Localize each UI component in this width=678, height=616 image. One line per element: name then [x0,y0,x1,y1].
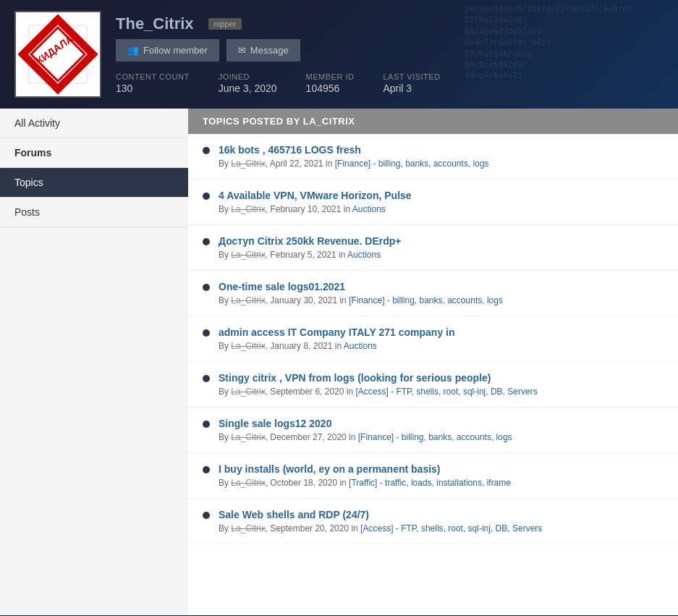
topic-date: , December 27, 2020 in [266,432,358,442]
topic-author[interactable]: La_Citrix [231,204,265,214]
avatar-image: КИДАЛА [18,14,98,94]
topic-date: , February 5, 2021 in [266,250,347,260]
topic-by-label: By [219,204,231,214]
stat-member-id: MEMBER ID 104956 [306,72,355,94]
topics-section-header: TOPICS POSTED BY LA_CITRIX [188,109,678,134]
topic-content: Single sale logs12 2020By La_Citrix, Dec… [219,418,664,442]
stat-last-visited: LAST VISITED April 3 [383,72,440,94]
profile-stats: CONTENT COUNT 130 JOINED June 3, 2020 ME… [116,72,664,94]
topic-item: 16k bots , 465716 LOGS freshBy La_Citrix… [188,134,678,180]
sidebar-item-topics[interactable]: Topics [0,168,188,198]
topic-content: Доступ Citrix 250kk Revenue. DErdp+By La… [219,235,664,260]
topic-category[interactable]: Auctions [347,250,381,260]
topic-content: One-time sale logs01.2021By La_Citrix, J… [219,281,664,305]
topic-item: Single sale logs12 2020By La_Citrix, Dec… [188,408,678,453]
joined-label: JOINED [219,72,277,81]
topic-category[interactable]: Auctions [344,341,377,351]
avatar: КИДАЛА [14,11,101,98]
topic-item: One-time sale logs01.2021By La_Citrix, J… [188,271,678,316]
topic-dot [203,466,210,473]
topic-dot [203,421,210,428]
sidebar-forums-header: Forums [0,138,188,168]
last-visited-label: LAST VISITED [383,72,440,81]
topic-title[interactable]: Single sale logs12 2020 [219,418,664,429]
sidebar-item-all-activity[interactable]: All Activity [0,109,188,138]
topic-item: admin access IT Company ITALY 271 compan… [188,316,678,362]
topic-date: , January 8, 2021 in [266,341,344,351]
message-button[interactable]: ✉ Message [226,39,300,62]
topic-item: I buy installs (world, ey on a permanent… [188,453,678,499]
topic-by-label: By [219,478,231,488]
topic-author[interactable]: La_Citrix [231,432,265,442]
topic-category[interactable]: [Finance] - billing, banks, accounts, lo… [349,295,503,305]
topic-meta: By La_Citrix, January 8, 2021 in Auction… [219,341,664,351]
topic-author[interactable]: La_Citrix [231,478,265,488]
topic-title[interactable]: admin access IT Company ITALY 271 compan… [219,326,664,338]
topic-title[interactable]: One-time sale logs01.2021 [219,281,664,292]
topic-author[interactable]: La_Citrix [231,295,265,305]
topic-category[interactable]: [Access] - FTP, shells, root, sql-inj, D… [355,387,537,397]
stat-joined: JOINED June 3, 2020 [219,72,277,94]
member-id-label: MEMBER ID [306,72,355,81]
topic-meta: By La_Citrix, February 10, 2021 in Aucti… [219,204,664,214]
topic-content: 16k bots , 465716 LOGS freshBy La_Citrix… [219,144,664,169]
topic-date: , September 6, 2020 in [266,387,356,397]
topic-by-label: By [219,523,231,533]
topic-list: 16k bots , 465716 LOGS freshBy La_Citrix… [188,134,678,544]
topic-author[interactable]: La_Citrix [231,387,265,397]
topic-content: 4 Available VPN, VMware Horizon, PulseBy… [219,190,664,214]
topic-item: 4 Available VPN, VMware Horizon, PulseBy… [188,180,678,225]
profile-rank: nipper [208,18,242,30]
topic-dot [203,238,210,245]
profile-username: The_Citrix [116,14,194,33]
sidebar: All Activity Forums Topics Posts [0,109,188,615]
topic-author[interactable]: La_Citrix [231,250,265,260]
topic-title[interactable]: I buy installs (world, ey on a permanent… [219,463,664,475]
topic-author[interactable]: La_Citrix [231,523,265,533]
joined-value: June 3, 2020 [219,83,277,94]
topic-title[interactable]: Stingy citrix , VPN from logs (looking f… [219,372,664,384]
follow-member-button[interactable]: 👥 Follow member [116,39,219,62]
topic-category[interactable]: Auctions [352,204,386,214]
topic-category[interactable]: [Finance] - billing, banks, accounts, lo… [358,432,512,442]
message-button-label: Message [250,45,289,56]
follow-icon: 👥 [127,45,139,56]
topic-category[interactable]: [Traffic] - traffic, loads, installation… [349,478,511,488]
topic-meta: By La_Citrix, September 6, 2020 in [Acce… [219,387,664,397]
all-activity-label: All Activity [14,117,60,129]
topic-author[interactable]: La_Citrix [231,159,265,169]
main-layout: All Activity Forums Topics Posts TOPICS … [0,109,678,615]
content-area: TOPICS POSTED BY LA_CITRIX 16k bots , 46… [188,109,678,615]
forums-label: Forums [14,147,51,159]
topic-by-label: By [219,250,231,260]
topic-dot [203,193,210,200]
topic-meta: By La_Citrix, April 22, 2021 in [Finance… [219,159,664,169]
member-id-value: 104956 [306,83,355,94]
topic-title[interactable]: Доступ Citrix 250kk Revenue. DErdp+ [219,235,664,247]
topic-meta: By La_Citrix, December 27, 2020 in [Fina… [219,432,664,442]
content-count-label: CONTENT COUNT [116,72,190,81]
topic-meta: By La_Citrix, October 18, 2020 in [Traff… [219,478,664,488]
topic-dot [203,512,210,519]
topic-content: Sale Web shells and RDP (24/7)By La_Citr… [219,509,664,533]
action-buttons: 👥 Follow member ✉ Message [116,39,664,62]
topic-title[interactable]: 16k bots , 465716 LOGS fresh [219,144,664,156]
profile-name-row: The_Citrix nipper [116,14,664,33]
topic-dot [203,375,210,382]
profile-header: b4c3ce5492d37333fdcc7/8e4a73c6a9fdc D7/8… [0,0,678,109]
topic-item: Sale Web shells and RDP (24/7)By La_Citr… [188,499,678,544]
topic-title[interactable]: Sale Web shells and RDP (24/7) [219,509,664,520]
topic-author[interactable]: La_Citrix [231,341,265,351]
sidebar-item-posts[interactable]: Posts [0,198,188,227]
topic-content: Stingy citrix , VPN from logs (looking f… [219,372,664,397]
topic-title[interactable]: 4 Available VPN, VMware Horizon, Pulse [219,190,664,201]
topic-item: Stingy citrix , VPN from logs (looking f… [188,362,678,408]
topic-category[interactable]: [Access] - FTP, shells, root, sql-inj, D… [360,523,542,533]
topic-meta: By La_Citrix, September 20, 2020 in [Acc… [219,523,664,533]
topic-by-label: By [219,295,231,305]
message-icon: ✉ [238,45,246,56]
topic-content: admin access IT Company ITALY 271 compan… [219,326,664,351]
topic-category[interactable]: [Finance] - billing, banks, accounts, lo… [335,159,489,169]
topic-by-label: By [219,159,231,169]
topics-label: Topics [14,177,43,188]
